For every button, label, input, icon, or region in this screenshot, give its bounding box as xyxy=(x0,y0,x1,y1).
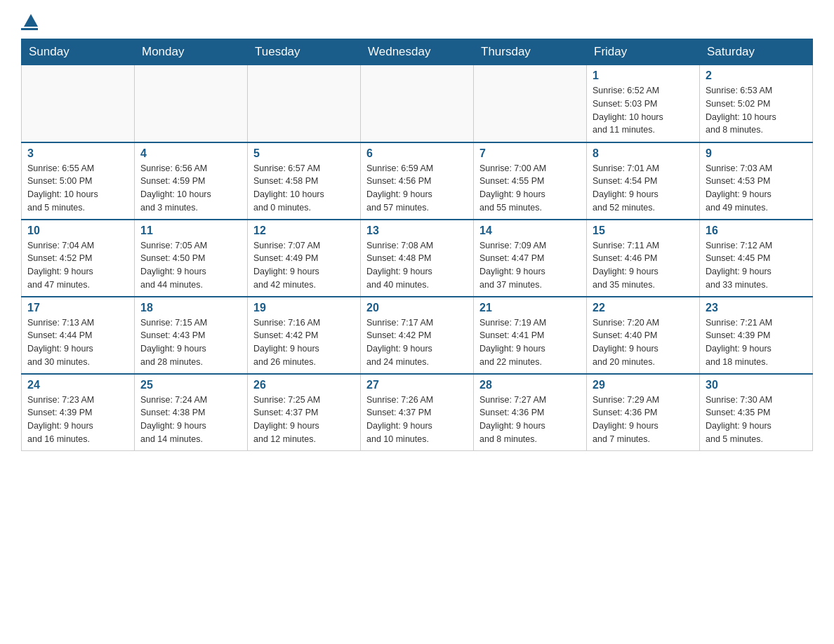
day-detail: Sunrise: 6:52 AM Sunset: 5:03 PM Dayligh… xyxy=(593,84,694,137)
day-detail: Sunrise: 7:20 AM Sunset: 4:40 PM Dayligh… xyxy=(593,316,694,369)
day-detail: Sunrise: 7:13 AM Sunset: 4:44 PM Dayligh… xyxy=(27,316,128,369)
calendar-cell: 26Sunrise: 7:25 AM Sunset: 4:37 PM Dayli… xyxy=(248,374,361,451)
week-row-5: 24Sunrise: 7:23 AM Sunset: 4:39 PM Dayli… xyxy=(22,374,813,451)
day-detail: Sunrise: 6:55 AM Sunset: 5:00 PM Dayligh… xyxy=(27,162,128,215)
calendar-cell: 6Sunrise: 6:59 AM Sunset: 4:56 PM Daylig… xyxy=(361,142,474,220)
calendar-cell: 15Sunrise: 7:11 AM Sunset: 4:46 PM Dayli… xyxy=(587,220,700,297)
day-number: 10 xyxy=(27,224,128,237)
day-detail: Sunrise: 7:03 AM Sunset: 4:53 PM Dayligh… xyxy=(706,162,807,215)
day-number: 24 xyxy=(27,379,128,391)
logo-underline xyxy=(21,28,38,30)
calendar-cell xyxy=(474,65,587,142)
calendar-cell: 13Sunrise: 7:08 AM Sunset: 4:48 PM Dayli… xyxy=(361,220,474,297)
day-number: 18 xyxy=(140,302,241,314)
logo xyxy=(21,14,38,30)
calendar-cell: 12Sunrise: 7:07 AM Sunset: 4:49 PM Dayli… xyxy=(248,220,361,297)
day-number: 9 xyxy=(706,147,807,160)
calendar-cell: 28Sunrise: 7:27 AM Sunset: 4:36 PM Dayli… xyxy=(474,374,587,451)
calendar-cell: 20Sunrise: 7:17 AM Sunset: 4:42 PM Dayli… xyxy=(361,297,474,374)
day-detail: Sunrise: 7:25 AM Sunset: 4:37 PM Dayligh… xyxy=(253,394,355,446)
day-number: 14 xyxy=(479,224,581,237)
week-row-2: 3Sunrise: 6:55 AM Sunset: 5:00 PM Daylig… xyxy=(22,142,813,220)
calendar-cell: 18Sunrise: 7:15 AM Sunset: 4:43 PM Dayli… xyxy=(135,297,248,374)
day-number: 12 xyxy=(253,224,355,237)
day-detail: Sunrise: 7:07 AM Sunset: 4:49 PM Dayligh… xyxy=(253,239,355,292)
day-detail: Sunrise: 7:08 AM Sunset: 4:48 PM Dayligh… xyxy=(366,239,468,292)
day-detail: Sunrise: 7:23 AM Sunset: 4:39 PM Dayligh… xyxy=(27,394,128,446)
calendar-cell: 23Sunrise: 7:21 AM Sunset: 4:39 PM Dayli… xyxy=(700,297,813,374)
calendar-cell: 2Sunrise: 6:53 AM Sunset: 5:02 PM Daylig… xyxy=(700,65,813,142)
day-detail: Sunrise: 7:12 AM Sunset: 4:45 PM Dayligh… xyxy=(706,239,807,292)
day-number: 29 xyxy=(593,379,694,391)
calendar-cell: 19Sunrise: 7:16 AM Sunset: 4:42 PM Dayli… xyxy=(248,297,361,374)
day-detail: Sunrise: 7:21 AM Sunset: 4:39 PM Dayligh… xyxy=(706,316,807,369)
day-number: 20 xyxy=(366,302,468,314)
week-row-3: 10Sunrise: 7:04 AM Sunset: 4:52 PM Dayli… xyxy=(22,220,813,297)
weekday-header-sunday: Sunday xyxy=(22,39,135,65)
day-detail: Sunrise: 7:16 AM Sunset: 4:42 PM Dayligh… xyxy=(253,316,355,369)
day-number: 25 xyxy=(140,379,241,391)
day-detail: Sunrise: 7:17 AM Sunset: 4:42 PM Dayligh… xyxy=(366,316,468,369)
day-detail: Sunrise: 6:59 AM Sunset: 4:56 PM Dayligh… xyxy=(366,162,468,215)
calendar-cell: 29Sunrise: 7:29 AM Sunset: 4:36 PM Dayli… xyxy=(587,374,700,451)
weekday-header-row: SundayMondayTuesdayWednesdayThursdayFrid… xyxy=(22,39,813,65)
calendar-table: SundayMondayTuesdayWednesdayThursdayFrid… xyxy=(21,39,813,451)
day-number: 30 xyxy=(706,379,807,391)
calendar-cell: 24Sunrise: 7:23 AM Sunset: 4:39 PM Dayli… xyxy=(22,374,135,451)
weekday-header-thursday: Thursday xyxy=(474,39,587,65)
week-row-4: 17Sunrise: 7:13 AM Sunset: 4:44 PM Dayli… xyxy=(22,297,813,374)
logo-text xyxy=(21,14,38,28)
page-header xyxy=(21,14,813,30)
calendar-cell: 17Sunrise: 7:13 AM Sunset: 4:44 PM Dayli… xyxy=(22,297,135,374)
calendar-cell xyxy=(248,65,361,142)
day-number: 16 xyxy=(706,224,807,237)
week-row-1: 1Sunrise: 6:52 AM Sunset: 5:03 PM Daylig… xyxy=(22,65,813,142)
day-number: 2 xyxy=(706,69,807,82)
day-number: 7 xyxy=(479,147,581,160)
day-number: 6 xyxy=(366,147,468,160)
day-detail: Sunrise: 7:11 AM Sunset: 4:46 PM Dayligh… xyxy=(593,239,694,292)
calendar-cell: 30Sunrise: 7:30 AM Sunset: 4:35 PM Dayli… xyxy=(700,374,813,451)
calendar-cell: 5Sunrise: 6:57 AM Sunset: 4:58 PM Daylig… xyxy=(248,142,361,220)
calendar-cell xyxy=(361,65,474,142)
day-detail: Sunrise: 6:56 AM Sunset: 4:59 PM Dayligh… xyxy=(140,162,241,215)
day-detail: Sunrise: 7:19 AM Sunset: 4:41 PM Dayligh… xyxy=(479,316,581,369)
calendar-cell: 4Sunrise: 6:56 AM Sunset: 4:59 PM Daylig… xyxy=(135,142,248,220)
calendar-cell: 7Sunrise: 7:00 AM Sunset: 4:55 PM Daylig… xyxy=(474,142,587,220)
calendar-cell xyxy=(22,65,135,142)
calendar-cell: 3Sunrise: 6:55 AM Sunset: 5:00 PM Daylig… xyxy=(22,142,135,220)
day-detail: Sunrise: 7:27 AM Sunset: 4:36 PM Dayligh… xyxy=(479,394,581,446)
day-number: 8 xyxy=(593,147,694,160)
day-number: 4 xyxy=(140,147,241,160)
calendar-cell xyxy=(135,65,248,142)
day-number: 28 xyxy=(479,379,581,391)
day-number: 13 xyxy=(366,224,468,237)
calendar-cell: 8Sunrise: 7:01 AM Sunset: 4:54 PM Daylig… xyxy=(587,142,700,220)
day-number: 15 xyxy=(593,224,694,237)
calendar-cell: 9Sunrise: 7:03 AM Sunset: 4:53 PM Daylig… xyxy=(700,142,813,220)
day-number: 11 xyxy=(140,224,241,237)
day-number: 22 xyxy=(593,302,694,314)
logo-triangle-icon xyxy=(24,14,38,27)
day-number: 3 xyxy=(27,147,128,160)
day-number: 1 xyxy=(593,69,694,82)
weekday-header-monday: Monday xyxy=(135,39,248,65)
day-detail: Sunrise: 7:26 AM Sunset: 4:37 PM Dayligh… xyxy=(366,394,468,446)
calendar-cell: 22Sunrise: 7:20 AM Sunset: 4:40 PM Dayli… xyxy=(587,297,700,374)
day-detail: Sunrise: 7:30 AM Sunset: 4:35 PM Dayligh… xyxy=(706,394,807,446)
day-number: 17 xyxy=(27,302,128,314)
day-detail: Sunrise: 6:53 AM Sunset: 5:02 PM Dayligh… xyxy=(706,84,807,137)
weekday-header-friday: Friday xyxy=(587,39,700,65)
day-detail: Sunrise: 7:05 AM Sunset: 4:50 PM Dayligh… xyxy=(140,239,241,292)
day-number: 19 xyxy=(253,302,355,314)
day-detail: Sunrise: 7:24 AM Sunset: 4:38 PM Dayligh… xyxy=(140,394,241,446)
weekday-header-saturday: Saturday xyxy=(700,39,813,65)
day-detail: Sunrise: 7:00 AM Sunset: 4:55 PM Dayligh… xyxy=(479,162,581,215)
calendar-cell: 11Sunrise: 7:05 AM Sunset: 4:50 PM Dayli… xyxy=(135,220,248,297)
calendar-cell: 16Sunrise: 7:12 AM Sunset: 4:45 PM Dayli… xyxy=(700,220,813,297)
day-number: 26 xyxy=(253,379,355,391)
weekday-header-wednesday: Wednesday xyxy=(361,39,474,65)
calendar-cell: 10Sunrise: 7:04 AM Sunset: 4:52 PM Dayli… xyxy=(22,220,135,297)
day-number: 5 xyxy=(253,147,355,160)
day-detail: Sunrise: 7:01 AM Sunset: 4:54 PM Dayligh… xyxy=(593,162,694,215)
